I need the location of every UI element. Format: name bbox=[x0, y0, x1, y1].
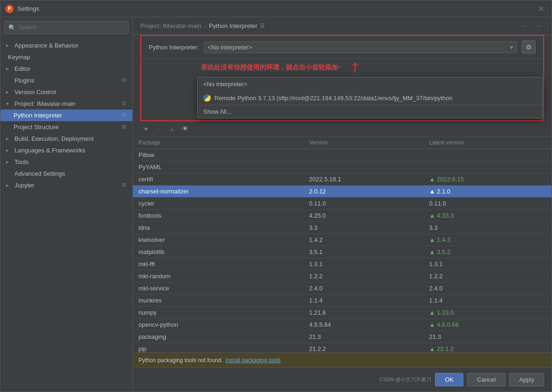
sidebar-item-build[interactable]: ▸ Build, Execution, Deployment bbox=[0, 133, 132, 144]
cell-latest-version: ▲ 2.1.0 bbox=[424, 186, 552, 198]
sidebar-label-plugins: Plugins bbox=[14, 77, 120, 84]
interpreter-label: Python Interpreter: bbox=[149, 44, 199, 51]
table-row[interactable]: cycler0.11.00.11.0 bbox=[133, 198, 552, 210]
cell-version: 4.25.0 bbox=[304, 210, 424, 222]
col-latest: Latest version bbox=[424, 137, 552, 149]
title-bar-left: P Settings bbox=[5, 5, 39, 13]
python-remote-icon bbox=[203, 94, 211, 102]
table-row[interactable]: mkl-service2.4.02.4.0 bbox=[133, 282, 552, 295]
table-row[interactable]: PyYAML bbox=[133, 161, 552, 173]
cell-latest-version: ▲ 4.33.3 bbox=[424, 210, 552, 222]
cell-package-name: mkl-fft bbox=[133, 258, 304, 270]
packages-tbody: PillowPyYAMLcertifi2022.5.18.1▲ 2022.6.1… bbox=[133, 149, 552, 353]
structure-icon: ⊡ bbox=[122, 124, 129, 131]
sidebar-label-build: Build, Execution, Deployment bbox=[14, 135, 129, 142]
cell-package-name: kiwisolver bbox=[133, 234, 304, 246]
col-package: Package bbox=[133, 137, 304, 149]
sidebar-item-python-interpreter[interactable]: Python Interpreter ⊡ bbox=[0, 110, 132, 121]
cell-version: 4.5.5.64 bbox=[304, 319, 424, 331]
expand-icon-editor: ▸ bbox=[6, 66, 13, 72]
search-input[interactable] bbox=[19, 24, 124, 31]
close-button[interactable]: ✕ bbox=[535, 3, 547, 14]
show-all-button[interactable]: Show All... bbox=[198, 105, 543, 118]
sidebar-item-appearance[interactable]: ▸ Appearance & Behavior bbox=[0, 40, 132, 51]
table-row[interactable]: mkl-random1.2.21.2.2 bbox=[133, 270, 552, 282]
breadcrumb-menu-icon[interactable]: ☰ bbox=[260, 23, 265, 29]
table-row[interactable]: packaging21.321.3 bbox=[133, 331, 552, 343]
interpreter-select-display[interactable]: <No interpreter> bbox=[204, 41, 517, 53]
remove-package-button[interactable]: − bbox=[153, 123, 165, 134]
status-text: Python packaging tools not found. bbox=[138, 357, 223, 364]
cell-package-name: certifi bbox=[133, 173, 304, 186]
install-link[interactable]: Install packaging tools bbox=[226, 357, 281, 364]
gear-button[interactable]: ⚙ bbox=[522, 41, 536, 54]
dropdown-container: <No interpreter> Remote Python 3.7.13 (s… bbox=[197, 77, 543, 118]
table-row[interactable]: munkres1.1.41.1.4 bbox=[133, 295, 552, 307]
table-row[interactable]: mkl-fft1.3.11.3.1 bbox=[133, 258, 552, 270]
sidebar-label-project: Project: IMavatar-main bbox=[14, 100, 120, 107]
sidebar-items: ▸ Appearance & Behavior Keymap ▸ Editor … bbox=[0, 38, 132, 392]
arrow-icon: ↗ bbox=[345, 58, 364, 76]
up-package-button[interactable]: ▲ bbox=[166, 123, 178, 134]
cell-latest-version: ▲ 1.4.3 bbox=[424, 234, 552, 246]
content-area: 🔍 ▸ Appearance & Behavior Keymap ▸ Edito… bbox=[0, 17, 552, 392]
table-row[interactable]: matplotlib3.5.1▲ 3.5.2 bbox=[133, 246, 552, 258]
interpreter-row: Python Interpreter: <No interpreter> ▾ ⚙ bbox=[141, 36, 543, 59]
sidebar-label-keymap: Keymap bbox=[8, 54, 129, 61]
toolbar-row: + − ▲ 👁 bbox=[133, 121, 552, 137]
cancel-button[interactable]: Cancel bbox=[467, 373, 505, 386]
cell-package-name: matplotlib bbox=[133, 246, 304, 258]
remote-python-label: Remote Python 3.7.13 (sftp://root@221.19… bbox=[214, 95, 452, 102]
sidebar-item-project-structure[interactable]: Project Structure ⊡ bbox=[0, 121, 132, 133]
table-row[interactable]: fonttools4.25.0▲ 4.33.3 bbox=[133, 210, 552, 222]
sidebar-label-python: Python Interpreter bbox=[14, 112, 120, 119]
cell-version: 3.3 bbox=[304, 222, 424, 234]
breadcrumb-current: Python Interpreter bbox=[209, 22, 257, 29]
sidebar-label-structure: Project Structure bbox=[14, 124, 120, 131]
breadcrumb-nav: ← → bbox=[520, 21, 544, 31]
table-row[interactable]: charset-normalizer2.0.12▲ 2.1.0 bbox=[133, 186, 552, 198]
sidebar-label-advanced: Advanced Settings bbox=[14, 170, 129, 177]
table-row[interactable]: kiwisolver1.4.2▲ 1.4.3 bbox=[133, 234, 552, 246]
cell-package-name: opencv-python bbox=[133, 319, 304, 331]
settings-dialog: P Settings ✕ 🔍 ▸ Appearance & Behavior K… bbox=[0, 0, 552, 392]
nav-forward-button[interactable]: → bbox=[533, 21, 544, 31]
ok-button[interactable]: OK bbox=[435, 373, 463, 386]
cell-latest-version: ▲ 1.23.0 bbox=[424, 307, 552, 319]
cell-latest-version: 2.4.0 bbox=[424, 282, 552, 295]
table-row[interactable]: idna3.33.3 bbox=[133, 222, 552, 234]
search-box[interactable]: 🔍 bbox=[4, 21, 129, 34]
sidebar-item-editor[interactable]: ▸ Editor bbox=[0, 63, 132, 75]
sidebar-label-jupyter: Jupyter bbox=[14, 182, 120, 189]
sidebar-item-languages[interactable]: ▸ Languages & Frameworks bbox=[0, 144, 132, 156]
sidebar-item-advanced[interactable]: Advanced Settings bbox=[0, 168, 132, 179]
sidebar-item-tools[interactable]: ▸ Tools bbox=[0, 156, 132, 168]
cell-latest-version: 0.11.0 bbox=[424, 198, 552, 210]
cell-package-name: munkres bbox=[133, 295, 304, 307]
nav-back-button[interactable]: ← bbox=[520, 21, 531, 31]
table-row[interactable]: numpy1.21.6▲ 1.23.0 bbox=[133, 307, 552, 319]
panel: Python Interpreter: <No interpreter> ▾ ⚙… bbox=[133, 35, 552, 367]
add-package-button[interactable]: + bbox=[140, 123, 152, 134]
packages-table-wrap: Package Version Latest version PillowPyY… bbox=[133, 137, 552, 352]
table-row[interactable]: certifi2022.5.18.1▲ 2022.6.15 bbox=[133, 173, 552, 186]
sidebar-item-project[interactable]: ▾ Project: IMavatar-main ⊡ bbox=[0, 98, 132, 110]
apply-button[interactable]: Apply bbox=[509, 373, 544, 386]
table-row[interactable]: pip21.2.2▲ 22.1.2 bbox=[133, 343, 552, 353]
cell-version: 1.1.4 bbox=[304, 295, 424, 307]
table-row[interactable]: Pillow bbox=[133, 149, 552, 161]
cell-latest-version: 3.3 bbox=[424, 222, 552, 234]
table-row[interactable]: opencv-python4.5.5.64▲ 4.6.0.66 bbox=[133, 319, 552, 331]
dropdown-item-no-interpreter[interactable]: <No interpreter> bbox=[198, 77, 543, 91]
window-title: Settings bbox=[17, 5, 39, 12]
sidebar-item-keymap[interactable]: Keymap bbox=[0, 51, 132, 63]
sidebar-item-jupyter[interactable]: ▸ Jupyter ⊡ bbox=[0, 179, 132, 191]
dropdown-item-remote[interactable]: Remote Python 3.7.13 (sftp://root@221.19… bbox=[198, 91, 543, 105]
breadcrumb-project: Project: IMavatar-main bbox=[140, 22, 201, 29]
eye-button[interactable]: 👁 bbox=[179, 123, 191, 134]
project-icon: ⊡ bbox=[122, 101, 129, 107]
cell-version: 1.4.2 bbox=[304, 234, 424, 246]
sidebar-item-plugins[interactable]: Plugins ⊡ bbox=[0, 75, 132, 86]
cell-version: 2022.5.18.1 bbox=[304, 173, 424, 186]
sidebar-item-vcs[interactable]: ▸ Version Control bbox=[0, 86, 132, 98]
